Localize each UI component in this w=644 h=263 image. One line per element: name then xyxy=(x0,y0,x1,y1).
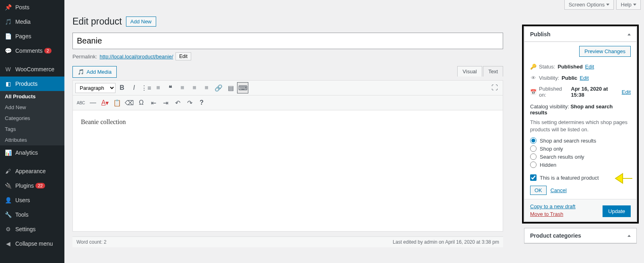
permalink-label: Permalink: xyxy=(72,54,97,60)
radio-shop-only[interactable] xyxy=(530,145,537,152)
permalink-edit-button[interactable]: Edit xyxy=(175,52,191,60)
menu-media[interactable]: 🎵Media xyxy=(0,14,64,29)
numbered-list-button[interactable]: ≡ xyxy=(153,82,164,93)
cancel-link[interactable]: Cancel xyxy=(550,187,566,193)
menu-posts[interactable]: 📌Posts xyxy=(0,0,64,14)
collapse-icon[interactable] xyxy=(627,235,631,237)
publish-metabox: Publish Preview Changes 🔑Status: Publish… xyxy=(524,27,637,222)
menu-tools[interactable]: 🔧Tools xyxy=(0,207,64,222)
strikethrough-button[interactable]: ABC xyxy=(75,97,87,108)
collapse-icon[interactable] xyxy=(627,33,631,35)
menu-woocommerce[interactable]: WWooCommerce xyxy=(0,62,64,77)
comment-icon: 💬 xyxy=(4,47,12,55)
products-icon: ◧ xyxy=(4,80,12,88)
help-tab[interactable]: Help xyxy=(616,0,641,10)
permalink-url[interactable]: http://local.local/product/beanie/ xyxy=(99,54,173,60)
special-char-button[interactable]: Ω xyxy=(136,97,147,108)
menu-plugins[interactable]: 🔌Plugins22 xyxy=(0,178,64,193)
tab-visual[interactable]: Visual xyxy=(457,66,482,77)
radio-hidden[interactable] xyxy=(530,162,537,168)
page-icon: 📄 xyxy=(4,32,12,40)
calendar-icon: 📅 xyxy=(530,89,537,95)
wrench-icon: 🔧 xyxy=(4,211,12,219)
publish-title: Publish xyxy=(530,31,551,37)
featured-checkbox[interactable] xyxy=(530,174,537,181)
top-tabs: Screen Options Help xyxy=(564,0,641,10)
submenu-attributes[interactable]: Attributes xyxy=(0,135,64,145)
align-left-button[interactable]: ≡ xyxy=(177,82,188,93)
clear-format-button[interactable]: ⌫ xyxy=(124,97,135,108)
users-icon: 👤 xyxy=(4,196,12,204)
edit-status-link[interactable]: Edit xyxy=(585,64,594,70)
plugins-badge: 22 xyxy=(35,183,45,188)
menu-collapse[interactable]: ◀Collapse menu xyxy=(0,236,64,251)
chevron-down-icon xyxy=(606,4,609,6)
chevron-down-icon xyxy=(633,4,636,6)
menu-settings[interactable]: ⚙Settings xyxy=(0,222,64,236)
woocommerce-icon: W xyxy=(4,65,12,73)
indent-button[interactable]: ⇥ xyxy=(160,97,171,108)
readmore-button[interactable]: ▤ xyxy=(225,82,236,93)
blockquote-button[interactable]: ❝ xyxy=(165,82,176,93)
fullscreen-button[interactable]: ⛶ xyxy=(489,82,500,93)
arrow-annotation-icon xyxy=(615,171,633,186)
product-categories-metabox: Product categories xyxy=(524,228,637,244)
submenu-categories[interactable]: Categories xyxy=(0,113,64,124)
screen-options-tab[interactable]: Screen Options xyxy=(564,0,614,10)
menu-pages[interactable]: 📄Pages xyxy=(0,29,64,43)
plugin-icon: 🔌 xyxy=(4,182,12,190)
radio-shop-search[interactable] xyxy=(530,137,537,144)
paste-text-button[interactable]: 📋 xyxy=(111,97,123,108)
submenu-tags[interactable]: Tags xyxy=(0,124,64,135)
move-trash-link[interactable]: Move to Trash xyxy=(530,211,576,217)
bullet-list-button[interactable]: ⋮≡ xyxy=(140,82,152,93)
add-media-button[interactable]: 🎵Add Media xyxy=(72,66,117,78)
page-title: Edit product xyxy=(72,16,122,27)
edit-date-link[interactable]: Edit xyxy=(622,89,631,95)
submenu-all-products[interactable]: All Products xyxy=(0,91,64,102)
key-icon: 🔑 xyxy=(530,63,537,70)
catalog-visibility-radios: Shop and search results Shop only Search… xyxy=(530,137,631,169)
menu-comments[interactable]: 💬Comments2 xyxy=(0,43,64,58)
gear-icon: ⚙ xyxy=(4,225,12,233)
editor-body[interactable]: Beanie collection xyxy=(73,110,503,231)
italic-button[interactable]: I xyxy=(128,82,140,93)
comments-badge: 2 xyxy=(44,48,52,54)
media-icon: 🎵 xyxy=(4,18,12,26)
update-button[interactable]: Update xyxy=(603,205,631,217)
main-content: Screen Options Help Edit product Add New… xyxy=(64,0,644,263)
text-color-button[interactable]: A ▾ xyxy=(99,97,111,108)
word-count: Word count: 2 xyxy=(76,239,107,245)
redo-button[interactable]: ↷ xyxy=(184,97,195,108)
add-new-button[interactable]: Add New xyxy=(126,17,156,27)
radio-search-only[interactable] xyxy=(530,153,537,160)
menu-appearance[interactable]: 🖌Appearance xyxy=(0,164,64,178)
menu-analytics[interactable]: 📊Analytics xyxy=(0,145,64,160)
edit-visibility-link[interactable]: Edit xyxy=(580,75,588,81)
toolbar-toggle-button[interactable]: ⌨ xyxy=(237,82,248,93)
catalog-help: This setting determines which shop pages… xyxy=(530,119,631,133)
products-submenu: All Products Add New Categories Tags Att… xyxy=(0,91,64,145)
categories-title: Product categories xyxy=(530,232,581,239)
copy-draft-link[interactable]: Copy to a new draft xyxy=(530,203,576,209)
menu-products[interactable]: ◧Products xyxy=(0,77,64,91)
format-select[interactable]: Paragraph xyxy=(75,83,116,93)
outdent-button[interactable]: ⇤ xyxy=(148,97,159,108)
submenu-add-new[interactable]: Add New xyxy=(0,102,64,113)
align-right-button[interactable]: ≡ xyxy=(201,82,212,93)
hr-button[interactable]: — xyxy=(87,97,99,108)
last-edited: Last edited by admin on April 16, 2020 a… xyxy=(393,239,499,245)
help-button[interactable]: ? xyxy=(196,97,207,108)
ok-button[interactable]: OK xyxy=(530,186,547,195)
link-button[interactable]: 🔗 xyxy=(213,82,224,93)
preview-changes-button[interactable]: Preview Changes xyxy=(579,46,631,57)
media-icon: 🎵 xyxy=(78,69,84,75)
editor: Paragraph B I ⋮≡ ≡ ❝ ≡ ≡ ≡ 🔗 ▤ ⌨ ⛶ ABC —… xyxy=(72,80,503,232)
analytics-icon: 📊 xyxy=(4,149,12,157)
undo-button[interactable]: ↶ xyxy=(172,97,183,108)
menu-users[interactable]: 👤Users xyxy=(0,193,64,207)
tab-text[interactable]: Text xyxy=(483,66,503,77)
align-center-button[interactable]: ≡ xyxy=(189,82,200,93)
bold-button[interactable]: B xyxy=(116,82,128,93)
product-title-input[interactable] xyxy=(72,33,503,49)
